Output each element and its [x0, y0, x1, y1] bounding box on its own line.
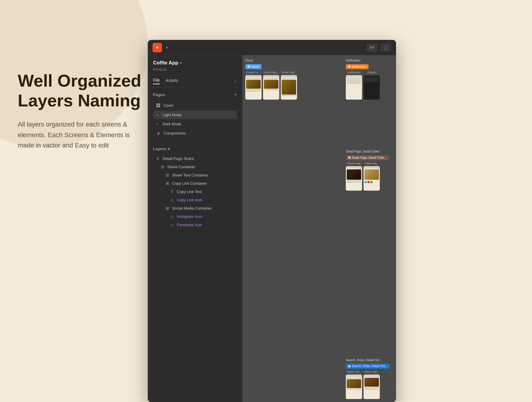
- diamond-icon-facebook: ◇: [170, 223, 174, 227]
- toolbar-prototype-btn[interactable]: A?: [366, 43, 377, 52]
- pages-add-button[interactable]: +: [234, 92, 237, 98]
- search-image-1: [347, 379, 361, 388]
- layer-instagram-icon[interactable]: ◇ Instagram Icon: [153, 213, 237, 221]
- figma-logo-icon: ✦: [155, 45, 159, 50]
- page-item-components[interactable]: ◆ Components: [153, 129, 237, 137]
- text-icon-copy-link: T: [170, 189, 174, 194]
- detail-line-1: [347, 180, 361, 181]
- toolbar-panel-btn[interactable]: ⬚: [381, 43, 391, 52]
- layer-copy-link-container[interactable]: ⊞ Copy Link Container: [153, 179, 237, 187]
- layer-share-container[interactable]: ⊟ Share Container: [153, 163, 237, 171]
- detail-screen-1: [346, 166, 362, 191]
- layer-label-copy-link-icon: Copy Link Icon: [177, 198, 202, 202]
- search-sub-labels: Search Ou... Menu outli...: [346, 370, 393, 373]
- page-item-light-mode[interactable]: ↳ Light Mode: [153, 111, 237, 119]
- layer-facebook-icon[interactable]: ◇ Facebook Icon: [153, 221, 237, 229]
- notification-tag-dot: [348, 65, 351, 68]
- home-screen-3: [281, 75, 297, 100]
- home-tag-label: Home: [251, 65, 259, 68]
- layer-copy-link-text[interactable]: T Copy Link Text: [153, 188, 237, 196]
- home-screen-1: [245, 75, 262, 100]
- notif-dark-line-3: [364, 81, 379, 82]
- canvas-home-section: Home Home Enable Lo... Home Pag... Home …: [245, 59, 297, 100]
- cover-page-label: Cover: [163, 103, 174, 108]
- diamond-icon-instagram: ◇: [170, 214, 174, 219]
- search-screen-top: [346, 375, 362, 377]
- notif-screen-top: [346, 75, 362, 77]
- layout-icon-copy-link: ⊞: [165, 181, 170, 186]
- frame-icon-share-text: ⊟: [165, 173, 170, 177]
- detail-section-tag: Detail Page, Detail Outlet: [346, 150, 393, 153]
- detail-sublabel-2: Detail Pag...: [364, 162, 380, 165]
- screen-body-2: [263, 77, 279, 100]
- layer-label-copy-link-container: Copy Link Container: [172, 181, 207, 186]
- tab-file[interactable]: File: [153, 78, 160, 84]
- notif-dark-screen-body: [364, 77, 380, 100]
- notification-screen-2: [364, 75, 380, 100]
- search-screen-1: [346, 375, 362, 399]
- layer-label-social-media-container: Social Media Container: [172, 206, 212, 210]
- notification-screen-row: [346, 75, 393, 100]
- detail-tag-dot: [348, 156, 351, 159]
- light-mode-arrow: ↳: [156, 113, 159, 117]
- notif-line-1: [347, 78, 361, 79]
- layer-detail-page-share[interactable]: # Detail Page Share: [153, 155, 237, 163]
- notification-screen-1: [346, 75, 362, 100]
- notification-sub-labels: Notification Details: [346, 71, 393, 74]
- frame-icon-share: ⊟: [160, 165, 165, 169]
- dot-blue: [364, 181, 367, 183]
- figma-sidebar: Coffie App ▾ Product File Assets ⌕ Pages…: [148, 55, 242, 402]
- notif-line-3: [347, 81, 361, 82]
- layout-icon-social: ⊞: [165, 206, 170, 210]
- search-screen-body: [346, 377, 362, 399]
- mini-image-2: [264, 80, 278, 89]
- components-page-icon: ◆: [156, 131, 161, 135]
- mini-line-6: [282, 78, 296, 79]
- search-image-2: [364, 378, 379, 387]
- search-line-4: [364, 389, 379, 390]
- tab-assets[interactable]: Assets: [166, 78, 178, 84]
- app-name[interactable]: Coffie App: [153, 60, 178, 66]
- file-assets-tabs: File Assets ⌕: [148, 75, 242, 87]
- dark-mode-label: Dark Mode: [163, 122, 181, 126]
- layer-social-media-container[interactable]: ⊞ Social Media Container: [153, 204, 237, 212]
- layer-label-copy-link-text: Copy Link Text: [177, 189, 202, 194]
- layer-share-text-container[interactable]: ⊟ Share Text Container: [153, 171, 237, 179]
- mini-image: [246, 80, 261, 89]
- notification-tag-label: Notification: [352, 65, 366, 68]
- mini-line: [246, 78, 261, 79]
- layer-label-detail-page-share: Detail Page Share: [163, 156, 194, 161]
- main-heading: Well Organized Layers Naming: [18, 71, 142, 110]
- layers-active-dot: [168, 148, 170, 150]
- search-line-2: [347, 389, 361, 390]
- figma-logo[interactable]: ✦: [153, 43, 162, 52]
- search-sublabel-2: Menu outli...: [364, 370, 380, 373]
- dark-mode-arrow: ↳: [156, 122, 159, 126]
- left-content-area: Well Organized Layers Naming All layers …: [18, 71, 142, 150]
- notif-dark-screen-top: [364, 75, 380, 77]
- home-sublabel-2: Home Pag...: [263, 71, 279, 74]
- home-sublabel-1: Enable Lo...: [245, 71, 262, 74]
- pages-section-title: Pages: [153, 93, 165, 97]
- search-line-1: [347, 378, 361, 379]
- screen-body-3: [281, 77, 297, 100]
- layer-label-instagram-icon: Instagram Icon: [177, 214, 202, 219]
- layer-copy-link-icon[interactable]: ◇ Copy Link Icon: [153, 196, 237, 204]
- diamond-icon-copy-link: ◇: [170, 198, 174, 202]
- app-caret: ▾: [180, 61, 182, 65]
- figma-canvas: Home Home Enable Lo... Home Pag... Home …: [242, 55, 396, 402]
- detail-image-2: [364, 169, 379, 180]
- notification-page-tag: Notification: [346, 64, 369, 69]
- detail-image: [347, 169, 361, 180]
- detail-page-tag: Detail Page, Detail Outle...: [346, 155, 389, 160]
- page-item-dark-mode[interactable]: ↳ Dark Mode: [153, 120, 237, 128]
- notification-section-tag: Notification: [346, 59, 393, 62]
- page-item-cover[interactable]: 🖼 Cover: [153, 101, 237, 110]
- home-tag-dot: [248, 65, 250, 68]
- mini-line-4: [264, 78, 278, 79]
- home-sub-labels: Enable Lo... Home Pag... Home Pag...: [245, 71, 297, 74]
- mini-line-3: [246, 91, 261, 92]
- search-icon[interactable]: ⌕: [234, 78, 237, 84]
- detail-screen-body: [346, 168, 362, 191]
- dot-green: [370, 181, 373, 183]
